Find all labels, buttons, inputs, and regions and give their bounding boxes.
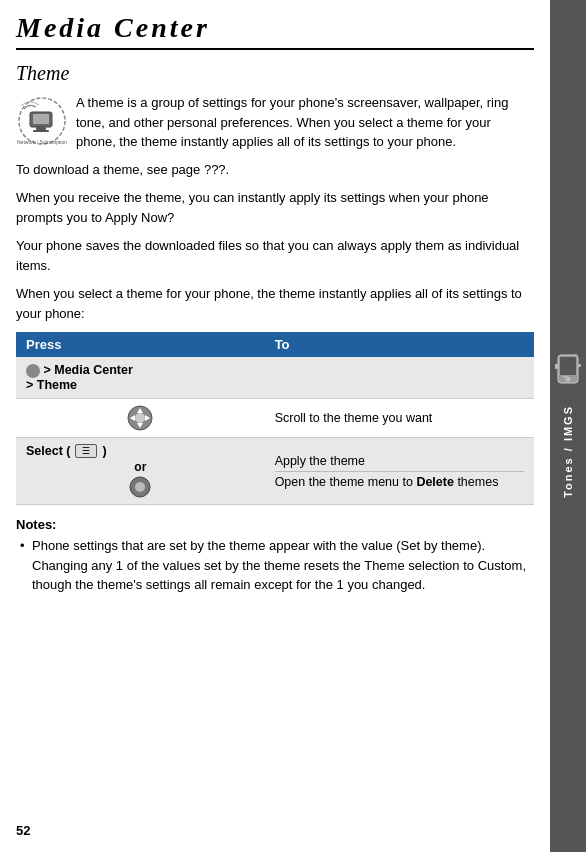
- theme-intro-text: A theme is a group of settings for your …: [76, 93, 534, 152]
- svg-point-13: [135, 482, 145, 492]
- page-title: Media Center: [16, 12, 534, 50]
- cell-divider: [275, 471, 524, 472]
- svg-rect-17: [563, 376, 567, 378]
- table-cell-press-1: > Media Center> Theme: [16, 357, 265, 398]
- open-menu-text: Open the theme menu to Delete themes: [275, 475, 524, 489]
- table-cell-press-2: [16, 399, 265, 438]
- svg-rect-19: [578, 364, 581, 367]
- or-label: or: [26, 460, 255, 474]
- notes-list: Phone settings that are set by the theme…: [16, 536, 534, 595]
- svg-text:Network / Subscription: Network / Subscription: [17, 139, 67, 145]
- table-row: Scroll to the theme you want: [16, 399, 534, 438]
- notes-item: Phone settings that are set by the theme…: [16, 536, 534, 595]
- para-download: To download a theme, see page ???.: [16, 160, 534, 180]
- scroll-icon: [127, 405, 153, 431]
- press-to-table: Press To > Media Center> Theme: [16, 332, 534, 505]
- svg-rect-4: [33, 130, 49, 132]
- para-select: When you select a theme for your phone, …: [16, 284, 534, 324]
- menu-icon: [26, 364, 40, 378]
- nav-path: > Media Center> Theme: [26, 363, 255, 392]
- theme-network-icon: Network / Subscription: [16, 95, 68, 147]
- table-row: Select ( ☰ ) or: [16, 438, 534, 505]
- table-cell-press-3: Select ( ☰ ) or: [16, 438, 265, 505]
- page-number: 52: [16, 823, 30, 838]
- theme-intro-block: Network / Subscription A theme is a grou…: [16, 93, 534, 152]
- para-receive: When you receive the theme, you can inst…: [16, 188, 534, 228]
- notes-section: Notes: Phone settings that are set by th…: [16, 517, 534, 595]
- sidebar-tab: Tones / IMGS: [550, 0, 586, 852]
- table-cell-to-3: Apply the theme Open the theme menu to D…: [265, 438, 534, 505]
- para-saves: Your phone saves the downloaded files so…: [16, 236, 534, 276]
- section-heading: Theme: [16, 62, 534, 85]
- select-cell: Select ( ☰ ): [26, 444, 255, 458]
- table-header-to: To: [265, 332, 534, 357]
- svg-rect-3: [36, 127, 46, 130]
- table-header-press: Press: [16, 332, 265, 357]
- svg-rect-18: [555, 364, 558, 369]
- svg-rect-2: [33, 114, 49, 124]
- nav-text: > Media Center> Theme: [26, 363, 133, 392]
- select-label: Select (: [26, 444, 70, 458]
- svg-rect-15: [560, 357, 576, 375]
- svg-point-7: [135, 413, 145, 423]
- table-row: > Media Center> Theme: [16, 357, 534, 398]
- sidebar-label: Tones / IMGS: [562, 405, 574, 498]
- notes-heading: Notes:: [16, 517, 534, 532]
- menu-button-icon: ☰: [75, 444, 97, 458]
- apply-theme-text: Apply the theme: [275, 454, 524, 468]
- table-cell-to-1: [265, 357, 534, 398]
- select-label-2: ): [102, 444, 106, 458]
- ok-button-icon: [129, 476, 151, 498]
- sidebar-device-icon: [555, 354, 581, 393]
- table-cell-to-2: Scroll to the theme you want: [265, 399, 534, 438]
